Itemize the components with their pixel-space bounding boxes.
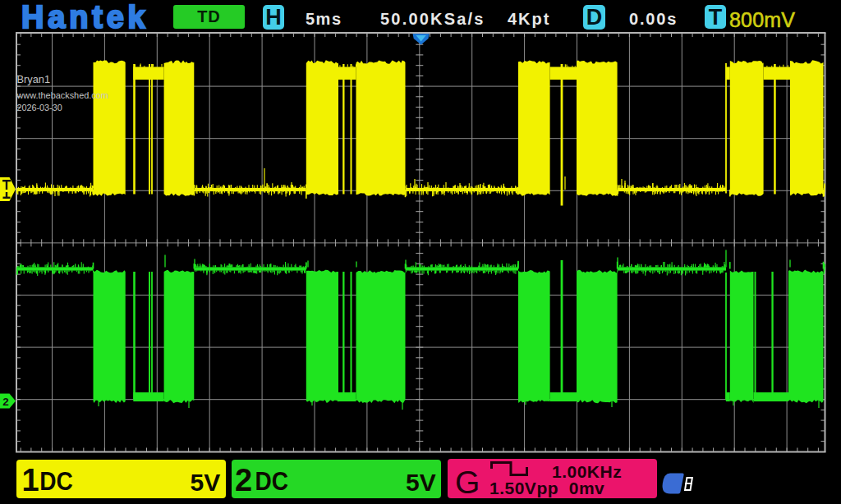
svg-text:2: 2 bbox=[235, 463, 252, 497]
svg-text:5V: 5V bbox=[406, 469, 436, 496]
svg-text:1: 1 bbox=[22, 463, 39, 497]
svg-text:DC: DC bbox=[255, 467, 289, 495]
svg-text:5V: 5V bbox=[191, 469, 221, 496]
svg-text:DC: DC bbox=[39, 467, 73, 495]
